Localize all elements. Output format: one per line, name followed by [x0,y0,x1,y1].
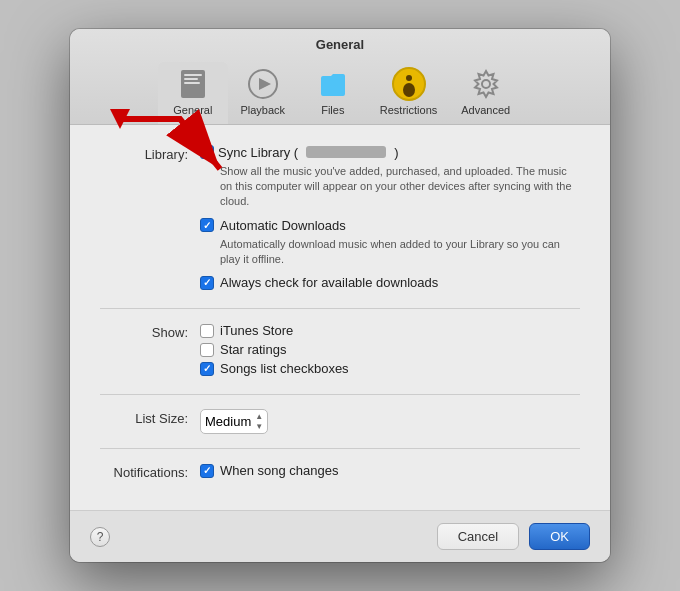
when-song-checkbox[interactable] [200,464,214,478]
songs-list-row: Songs list checkboxes [200,361,580,376]
always-check-label: Always check for available downloads [220,275,438,290]
itunes-store-row: iTunes Store [200,323,580,338]
itunes-store-checkbox[interactable] [200,324,214,338]
itunes-store-label: iTunes Store [220,323,293,338]
always-check-row: Always check for available downloads [200,275,580,290]
sync-description: Show all the music you've added, purchas… [220,164,580,210]
svg-rect-1 [184,74,202,76]
auto-downloads-row: Automatic Downloads [200,218,580,233]
bottom-bar: ? Cancel OK [70,510,610,562]
svg-point-8 [403,83,415,97]
auto-downloads-label: Automatic Downloads [220,218,346,233]
tab-playback[interactable]: Playback [228,62,298,124]
svg-rect-3 [184,82,200,84]
star-ratings-label: Star ratings [220,342,286,357]
files-icon [315,66,351,102]
when-song-label: When song changes [220,463,339,478]
restrictions-icon [391,66,427,102]
auto-downloads-checkbox[interactable] [200,218,214,232]
svg-marker-5 [259,78,271,90]
titlebar: General General [70,29,610,125]
svg-rect-2 [184,78,198,80]
action-buttons: Cancel OK [437,523,590,550]
content-area: Library: Sync Library ( ) Show all the m… [70,125,610,511]
sync-library-line: Sync Library ( ) [200,145,580,160]
window-title: General [70,37,610,52]
list-size-select[interactable]: Medium ▲ ▼ [200,409,268,434]
sync-suffix: ) [394,145,398,160]
tab-advanced-label: Advanced [461,104,510,116]
help-button[interactable]: ? [90,527,110,547]
tab-general[interactable]: General [158,62,228,124]
list-size-value: Medium [205,414,251,429]
when-song-row: When song changes [200,463,580,478]
playback-icon [245,66,281,102]
library-row: Library: Sync Library ( ) Show all the m… [100,145,580,295]
tab-restrictions[interactable]: Restrictions [368,62,449,124]
show-row: Show: iTunes Store Star ratings Songs li… [100,323,580,380]
star-ratings-row: Star ratings [200,342,580,357]
songs-list-checkbox[interactable] [200,362,214,376]
list-size-content: Medium ▲ ▼ [200,409,580,434]
tab-general-label: General [173,104,212,116]
songs-list-label: Songs list checkboxes [220,361,349,376]
cancel-button[interactable]: Cancel [437,523,519,550]
blurred-account [306,146,386,158]
sync-library-checkbox[interactable] [200,145,214,159]
tab-files-label: Files [321,104,344,116]
show-content: iTunes Store Star ratings Songs list che… [200,323,580,380]
show-label: Show: [100,323,200,340]
separator-2 [100,394,580,395]
ok-button[interactable]: OK [529,523,590,550]
list-size-label: List Size: [100,409,200,426]
tab-playback-label: Playback [240,104,285,116]
star-ratings-checkbox[interactable] [200,343,214,357]
tab-restrictions-label: Restrictions [380,104,437,116]
separator-3 [100,448,580,449]
tab-files[interactable]: Files [298,62,368,124]
tab-advanced[interactable]: Advanced [449,62,522,124]
notifications-row: Notifications: When song changes [100,463,580,482]
notifications-content: When song changes [200,463,580,482]
general-icon [175,66,211,102]
notifications-label: Notifications: [100,463,200,480]
list-size-row: List Size: Medium ▲ ▼ [100,409,580,434]
library-label: Library: [100,145,200,162]
select-arrows-icon: ▲ ▼ [255,412,263,431]
auto-downloads-description: Automatically download music when added … [220,237,580,268]
library-content: Sync Library ( ) Show all the music you'… [200,145,580,295]
svg-point-9 [482,80,490,88]
svg-point-7 [406,75,412,81]
separator-1 [100,308,580,309]
preferences-window: General General [70,29,610,563]
sync-prefix: Sync Library ( [218,145,298,160]
advanced-icon [468,66,504,102]
toolbar: General Playback Files [70,58,610,124]
always-check-checkbox[interactable] [200,276,214,290]
